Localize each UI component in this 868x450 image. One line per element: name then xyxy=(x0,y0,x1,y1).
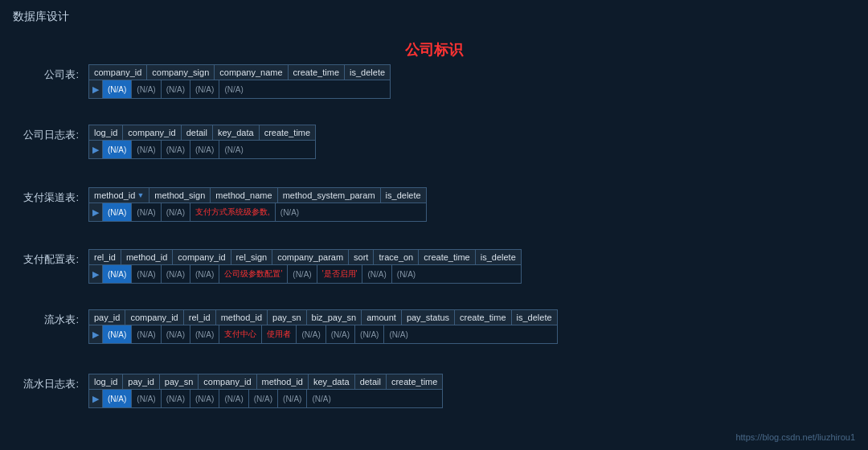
data-cell-payment_config-1: (N/A) xyxy=(132,265,161,283)
data-row-company_log: ▶(N/A)(N/A)(N/A)(N/A)(N/A) xyxy=(89,141,315,158)
db-table-flow: pay_idcompany_idrel_idmethod_idpay_snbiz… xyxy=(88,309,558,344)
data-cell-flow-3: (N/A) xyxy=(190,325,219,343)
data-cell-company-0: (N/A) xyxy=(103,80,132,98)
col-header-company-3: create_time xyxy=(289,65,345,80)
data-cell-company-3: (N/A) xyxy=(190,80,219,98)
col-header-payment_config-8: is_delete xyxy=(476,250,521,264)
data-cell-payment_channel-0: (N/A) xyxy=(103,203,132,221)
col-header-payment_channel-3: method_system_param xyxy=(278,188,381,202)
data-row-payment_channel: ▶(N/A)(N/A)(N/A)支付方式系统级参数,(N/A) xyxy=(89,203,426,221)
table-row-flow: 流水表:pay_idcompany_idrel_idmethod_idpay_s… xyxy=(0,309,868,344)
data-cell-payment_config-7: (N/A) xyxy=(362,265,391,283)
arrow-cell-payment_config: ▶ xyxy=(89,265,103,283)
arrow-cell-company: ▶ xyxy=(89,80,103,98)
table-label-payment_channel: 支付渠道表: xyxy=(0,187,88,205)
data-cell-company-2: (N/A) xyxy=(162,80,190,98)
col-header-company-4: is_delete xyxy=(345,65,390,80)
db-table-payment_config: rel_idmethod_idcompany_idrel_signcompany… xyxy=(88,249,522,284)
col-header-flow-9: is_delete xyxy=(512,310,557,325)
db-table-company_log: log_idcompany_iddetailkey_datacreate_tim… xyxy=(88,125,316,159)
col-header-company_log-4: create_time xyxy=(260,125,315,140)
data-cell-company_log-0: (N/A) xyxy=(103,141,132,158)
arrow-cell-company_log: ▶ xyxy=(89,141,103,158)
data-cell-flow-4: 支付中心 xyxy=(219,325,262,343)
data-cell-payment_config-0: (N/A) xyxy=(103,265,132,283)
col-header-flow_log-2: pay_sn xyxy=(160,374,199,389)
col-header-company_log-0: log_id xyxy=(89,125,123,140)
table-label-flow: 流水表: xyxy=(0,309,88,327)
col-header-payment_config-3: rel_sign xyxy=(231,250,273,264)
data-cell-flow-6: (N/A) xyxy=(297,325,326,343)
col-header-payment_config-6: trace_on xyxy=(374,250,419,264)
data-cell-flow_log-7: (N/A) xyxy=(307,390,335,407)
col-header-flow-2: rel_id xyxy=(184,310,216,325)
col-header-payment_channel-4: is_delete xyxy=(381,188,426,202)
data-row-payment_config: ▶(N/A)(N/A)(N/A)(N/A)公司级参数配置'(N/A)'是否启用'… xyxy=(89,265,521,283)
col-header-flow-0: pay_id xyxy=(89,310,125,325)
data-cell-flow-1: (N/A) xyxy=(132,325,161,343)
data-cell-flow-8: (N/A) xyxy=(355,325,384,343)
table-row-payment_channel: 支付渠道表:method_id ▼method_signmethod_namem… xyxy=(0,187,868,222)
col-header-flow-8: create_time xyxy=(455,310,511,325)
db-table-flow_log: log_idpay_idpay_sncompany_idmethod_idkey… xyxy=(88,374,443,408)
center-label: 公司标识 xyxy=(0,40,868,59)
table-label-payment_config: 支付配置表: xyxy=(0,249,88,267)
data-cell-payment_channel-1: (N/A) xyxy=(132,203,161,221)
page-title: 数据库设计 xyxy=(13,10,69,24)
data-cell-flow-7: (N/A) xyxy=(326,325,355,343)
data-cell-flow-9: (N/A) xyxy=(384,325,412,343)
col-header-flow-5: biz_pay_sn xyxy=(307,310,362,325)
data-cell-flow-0: (N/A) xyxy=(103,325,132,343)
data-row-flow_log: ▶(N/A)(N/A)(N/A)(N/A)(N/A)(N/A)(N/A)(N/A… xyxy=(89,390,442,407)
data-cell-flow-5: 使用者 xyxy=(262,325,297,343)
col-header-payment_config-2: company_id xyxy=(173,250,231,264)
col-header-payment_config-5: sort xyxy=(349,250,374,264)
table-row-flow_log: 流水日志表:log_idpay_idpay_sncompany_idmethod… xyxy=(0,374,868,408)
col-header-flow_log-3: company_id xyxy=(199,374,256,389)
data-cell-flow_log-0: (N/A) xyxy=(103,390,132,407)
col-header-flow-6: amount xyxy=(362,310,402,325)
data-cell-flow_log-4: (N/A) xyxy=(219,390,248,407)
data-cell-company_log-1: (N/A) xyxy=(132,141,161,158)
table-label-flow_log: 流水日志表: xyxy=(0,374,88,391)
col-header-flow_log-0: log_id xyxy=(89,374,123,389)
col-header-payment_config-7: create_time xyxy=(419,250,475,264)
col-header-flow_log-6: detail xyxy=(355,374,387,389)
col-header-flow-4: pay_sn xyxy=(268,310,306,325)
db-table-payment_channel: method_id ▼method_signmethod_namemethod_… xyxy=(88,187,427,222)
col-header-flow_log-7: create_time xyxy=(387,374,442,389)
data-cell-payment_config-4: 公司级参数配置' xyxy=(219,265,288,283)
data-cell-company_log-4: (N/A) xyxy=(219,141,248,158)
col-header-payment_channel-1: method_sign xyxy=(149,188,211,202)
arrow-cell-flow: ▶ xyxy=(89,325,103,343)
col-header-flow_log-1: pay_id xyxy=(123,374,159,389)
data-cell-flow_log-2: (N/A) xyxy=(162,390,190,407)
col-header-flow-1: company_id xyxy=(125,310,183,325)
arrow-cell-flow_log: ▶ xyxy=(89,390,103,407)
data-cell-payment_config-3: (N/A) xyxy=(190,265,219,283)
col-header-flow_log-4: method_id xyxy=(257,374,309,389)
data-cell-payment_config-5: (N/A) xyxy=(288,265,317,283)
col-header-flow-7: pay_status xyxy=(402,310,455,325)
col-header-company_log-2: detail xyxy=(182,125,213,140)
table-row-company: 公司表:company_idcompany_signcompany_namecr… xyxy=(0,64,868,99)
data-cell-company-4: (N/A) xyxy=(219,80,248,98)
col-header-payment_channel-2: method_name xyxy=(211,188,277,202)
col-header-company_log-1: company_id xyxy=(123,125,181,140)
data-cell-company-1: (N/A) xyxy=(132,80,161,98)
col-header-payment_config-4: company_param xyxy=(272,250,349,264)
data-cell-company_log-2: (N/A) xyxy=(162,141,190,158)
data-cell-payment_config-2: (N/A) xyxy=(162,265,190,283)
col-header-company-0: company_id xyxy=(89,65,147,80)
data-cell-payment_channel-4: (N/A) xyxy=(276,203,304,221)
table-label-company: 公司表: xyxy=(0,64,88,82)
data-cell-flow_log-5: (N/A) xyxy=(249,390,278,407)
data-cell-payment_channel-2: (N/A) xyxy=(162,203,190,221)
data-cell-flow_log-3: (N/A) xyxy=(190,390,219,407)
data-cell-payment_config-6: '是否启用' xyxy=(317,265,363,283)
data-cell-flow-2: (N/A) xyxy=(162,325,190,343)
data-cell-payment_channel-3: 支付方式系统级参数, xyxy=(190,203,276,221)
col-header-company-1: company_sign xyxy=(147,65,215,80)
data-cell-flow_log-1: (N/A) xyxy=(132,390,161,407)
data-row-flow: ▶(N/A)(N/A)(N/A)(N/A)支付中心使用者(N/A)(N/A)(N… xyxy=(89,325,557,343)
